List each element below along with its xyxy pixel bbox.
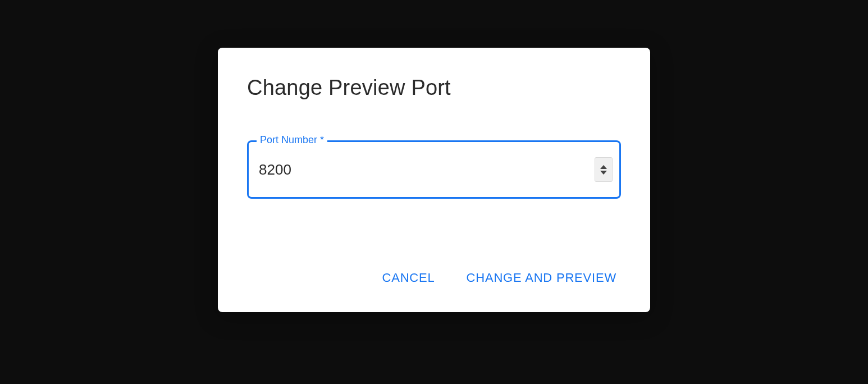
dialog-actions: CANCEL CHANGE AND PREVIEW <box>247 266 621 290</box>
port-number-field: Port Number * <box>247 140 621 199</box>
cancel-button[interactable]: CANCEL <box>380 266 437 290</box>
change-and-preview-button[interactable]: CHANGE AND PREVIEW <box>464 266 619 290</box>
change-preview-port-dialog: Change Preview Port Port Number * CANCEL… <box>218 48 650 312</box>
port-number-label: Port Number * <box>257 134 327 146</box>
chevron-down-icon <box>600 171 607 175</box>
port-number-outline: Port Number * <box>247 140 621 199</box>
chevron-up-icon <box>600 165 607 169</box>
number-stepper[interactable] <box>595 157 613 182</box>
port-number-input[interactable] <box>249 142 595 197</box>
dialog-title: Change Preview Port <box>247 76 621 100</box>
